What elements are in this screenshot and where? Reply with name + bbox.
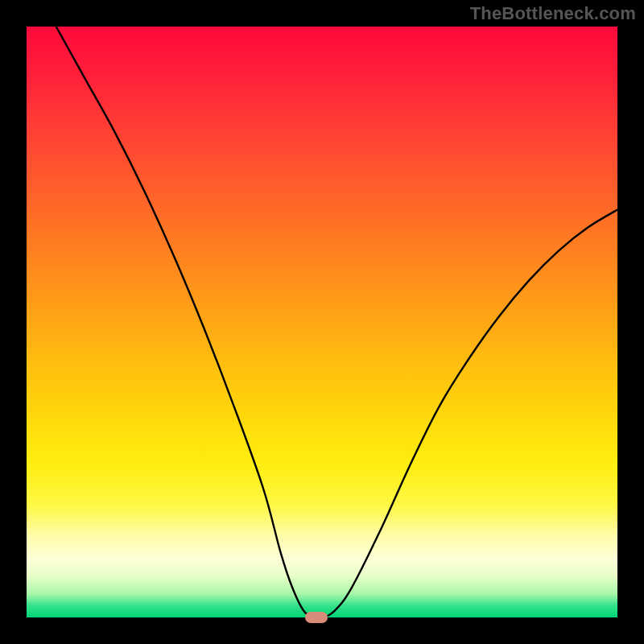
chart-frame: TheBottleneck.com — [0, 0, 644, 644]
watermark-text: TheBottleneck.com — [470, 3, 636, 24]
curve-layer — [27, 27, 617, 617]
optimal-marker — [305, 612, 328, 623]
plot-area — [27, 27, 617, 617]
bottleneck-curve — [56, 27, 617, 618]
